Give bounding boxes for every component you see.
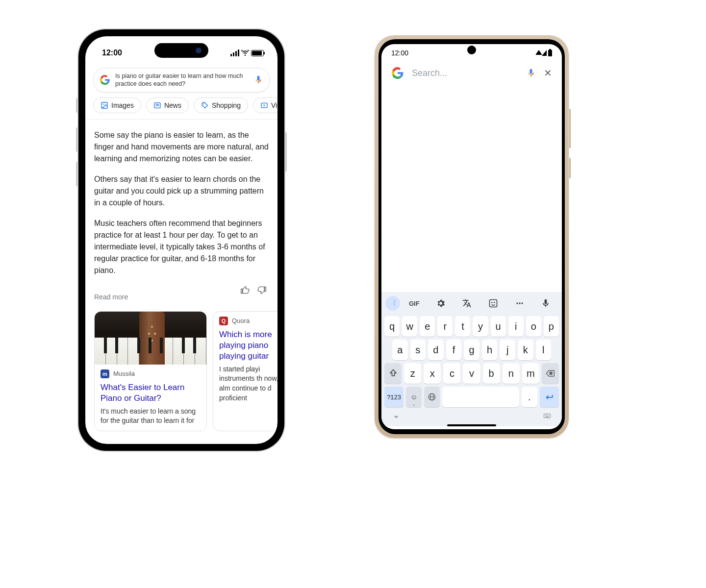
dynamic-island xyxy=(154,43,208,58)
keyboard-switch-icon[interactable] xyxy=(543,413,551,420)
period-key[interactable]: . xyxy=(522,387,537,407)
key-d[interactable]: d xyxy=(428,340,444,360)
close-icon[interactable]: ✕ xyxy=(544,67,552,79)
keyboard-mic-icon[interactable] xyxy=(533,298,558,308)
key-h[interactable]: h xyxy=(482,340,498,360)
translate-icon[interactable] xyxy=(454,298,479,308)
iphone-volume-down xyxy=(76,162,78,186)
search-bar[interactable]: Is piano or guitar easier to learn and h… xyxy=(93,68,270,93)
result-card-mussila[interactable]: m Mussila What's Easier to Learn Piano o… xyxy=(94,311,207,431)
key-s[interactable]: s xyxy=(410,340,426,360)
more-icon[interactable] xyxy=(507,298,532,308)
android-volume-button xyxy=(569,109,571,148)
key-o[interactable]: o xyxy=(526,316,541,337)
android-home-bar[interactable] xyxy=(447,424,496,426)
iphone-mute-switch xyxy=(76,98,78,113)
search-query-text: Is piano or guitar easier to learn and h… xyxy=(115,72,249,88)
sticker-icon[interactable] xyxy=(481,298,505,308)
key-w[interactable]: w xyxy=(402,316,417,337)
key-u[interactable]: u xyxy=(491,316,506,337)
shopping-icon xyxy=(201,101,209,109)
card-snippet: I started playi instruments th now, afte… xyxy=(213,365,277,408)
chip-shopping[interactable]: Shopping xyxy=(194,98,248,113)
news-icon xyxy=(153,101,161,109)
chip-news[interactable]: News xyxy=(146,98,189,113)
settings-icon[interactable] xyxy=(429,298,453,308)
nav-back-icon[interactable] xyxy=(392,413,400,420)
enter-key[interactable] xyxy=(540,387,559,407)
backspace-key[interactable] xyxy=(542,363,559,384)
svg-point-5 xyxy=(203,103,204,104)
keyboard-row-2: a s d f g h j k l xyxy=(381,338,562,362)
answer-paragraph-3: Music teachers often recommend that begi… xyxy=(94,218,269,276)
language-key[interactable] xyxy=(424,387,440,407)
key-k[interactable]: k xyxy=(518,340,533,360)
shift-key[interactable] xyxy=(384,363,402,384)
search-bar[interactable]: Search... ✕ xyxy=(381,60,562,86)
svg-point-25 xyxy=(548,416,548,416)
cellular-icon xyxy=(542,50,547,56)
chevron-left-icon[interactable]: 〈 xyxy=(385,296,400,311)
android-nav-bar xyxy=(381,409,562,422)
svg-point-8 xyxy=(491,302,493,303)
svg-point-18 xyxy=(546,415,546,415)
iphone-frame: 12:00 Is piano or guitar easier to learn… xyxy=(78,29,284,451)
android-frame: 12:00 Search... ✕ 〈 GIF xyxy=(375,35,569,438)
key-f[interactable]: f xyxy=(446,340,462,360)
key-n[interactable]: n xyxy=(503,363,520,384)
keyboard-row-3: z x c v b n m xyxy=(381,362,562,385)
thumbs-up-icon[interactable] xyxy=(240,285,250,295)
key-e[interactable]: e xyxy=(420,316,435,337)
key-p[interactable]: p xyxy=(544,316,559,337)
filter-chips[interactable]: Images News Shopping Vid xyxy=(85,98,277,120)
thumbs-down-icon[interactable] xyxy=(257,285,267,295)
svg-point-23 xyxy=(546,416,546,416)
key-m[interactable]: m xyxy=(522,363,539,384)
chip-videos[interactable]: Vid xyxy=(253,98,277,113)
keyboard[interactable]: 〈 GIF q w e r t y u i xyxy=(381,292,562,426)
svg-point-10 xyxy=(516,302,518,304)
key-j[interactable]: j xyxy=(500,340,515,360)
keyboard-row-1: q w e r t y u i o p xyxy=(381,315,562,338)
result-cards: m Mussila What's Easier to Learn Piano o… xyxy=(85,311,277,431)
result-card-quora[interactable]: Q Quora Which is more playing piano play… xyxy=(213,311,277,431)
emoji-key[interactable]: ☺ xyxy=(406,387,422,407)
mic-icon[interactable] xyxy=(526,68,536,78)
space-key[interactable] xyxy=(442,387,519,407)
wifi-icon xyxy=(241,50,249,56)
battery-icon xyxy=(548,50,552,56)
key-r[interactable]: r xyxy=(437,316,453,337)
svg-point-21 xyxy=(549,415,549,415)
android-screen: 12:00 Search... ✕ 〈 GIF xyxy=(381,44,562,429)
chip-images[interactable]: Images xyxy=(93,98,141,113)
quora-favicon: Q xyxy=(219,317,228,325)
gif-button[interactable]: GIF xyxy=(402,300,427,307)
android-power-button xyxy=(569,158,571,178)
key-v[interactable]: v xyxy=(463,363,480,384)
mic-icon[interactable] xyxy=(253,75,263,85)
key-t[interactable]: t xyxy=(455,316,470,337)
numeric-key[interactable]: ?123 xyxy=(384,387,403,407)
card-title: Which is more playing piano playing guit… xyxy=(213,328,277,365)
android-camera xyxy=(467,46,476,54)
key-g[interactable]: g xyxy=(464,340,479,360)
key-q[interactable]: q xyxy=(384,316,400,337)
google-logo-icon xyxy=(391,67,404,79)
key-a[interactable]: a xyxy=(392,340,408,360)
svg-point-24 xyxy=(547,416,547,416)
card-thumbnail xyxy=(95,312,206,365)
key-b[interactable]: b xyxy=(483,363,500,384)
key-y[interactable]: y xyxy=(473,316,488,337)
cellular-icon xyxy=(230,49,239,56)
key-z[interactable]: z xyxy=(404,363,421,384)
svg-point-22 xyxy=(545,416,545,416)
key-x[interactable]: x xyxy=(424,363,441,384)
search-placeholder: Search... xyxy=(412,68,518,78)
svg-point-19 xyxy=(547,415,547,415)
key-c[interactable]: c xyxy=(443,363,460,384)
key-l[interactable]: l xyxy=(536,340,552,360)
svg-rect-7 xyxy=(489,300,497,307)
answer-paragraph-1: Some say the piano is easier to learn, a… xyxy=(94,129,269,165)
card-snippet: It's much easier to learn a song for the… xyxy=(95,407,206,431)
key-i[interactable]: i xyxy=(508,316,524,337)
